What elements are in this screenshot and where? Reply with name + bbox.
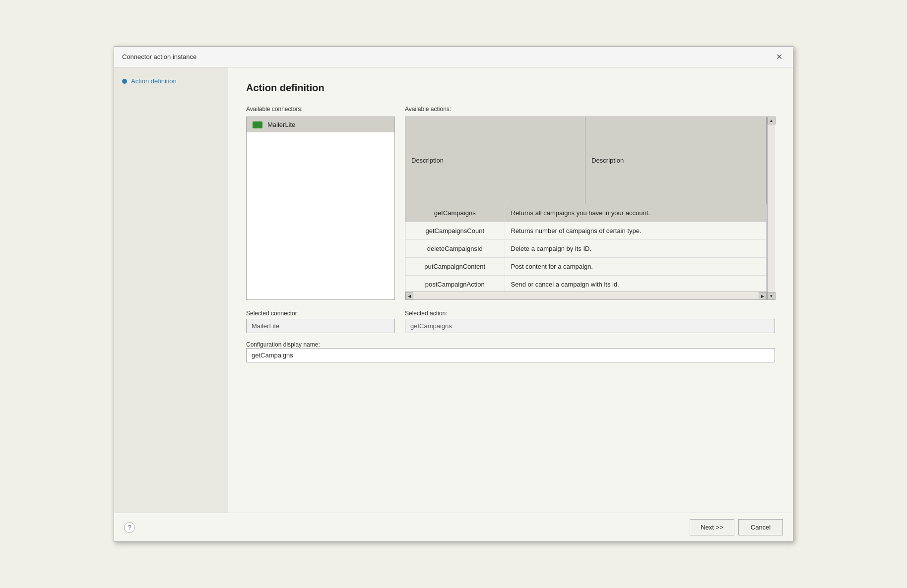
table-row[interactable]: getCampaigns Returns all campaigns you h… xyxy=(405,204,767,222)
dialog-title-bar: Connector action instance ✕ xyxy=(114,47,793,67)
action-name-cell: getCampaigns xyxy=(405,204,505,222)
action-name-cell: postCampaignAction xyxy=(405,276,505,292)
action-desc-cell: Returns number of campaigns of certain t… xyxy=(505,222,767,240)
horizontal-scrollbar: ◀ ▶ xyxy=(405,292,767,299)
next-button[interactable]: Next >> xyxy=(690,519,734,535)
sidebar-dot-icon xyxy=(122,79,127,84)
col-header-desc: Description xyxy=(585,117,767,204)
dialog-body: Action definition Action definition Avai… xyxy=(114,67,793,513)
connectors-list[interactable]: MailerLite xyxy=(246,117,395,300)
connector-item-mailerlite[interactable]: MailerLite xyxy=(247,117,394,132)
config-display-name-label: Configuration display name: xyxy=(246,341,775,348)
selected-fields-row: Selected connector: Selected action: xyxy=(246,310,775,333)
selected-connector-input xyxy=(246,319,395,333)
config-display-name-group: Configuration display name: xyxy=(246,341,775,362)
connectors-column: Available connectors: MailerLite xyxy=(246,106,395,300)
actions-table-scroll[interactable]: getCampaigns Returns all campaigns you h… xyxy=(405,204,767,292)
actions-table-wrapper: Description Description getCampaigns xyxy=(405,117,775,300)
connector-icon xyxy=(253,121,262,128)
action-desc-cell: Returns all campaigns you have in your a… xyxy=(505,204,767,222)
selected-connector-label: Selected connector: xyxy=(246,310,395,317)
table-row[interactable]: putCampaignContent Post content for a ca… xyxy=(405,258,767,276)
connector-action-dialog: Connector action instance ✕ Action defin… xyxy=(114,46,793,542)
selected-action-input xyxy=(405,319,775,333)
connector-name: MailerLite xyxy=(267,121,295,128)
scroll-right-button[interactable]: ▶ xyxy=(759,292,767,300)
actions-column: Available actions: Description Descripti… xyxy=(405,106,775,300)
action-desc-cell: Send or cancel a campaign with its id. xyxy=(505,276,767,292)
sidebar-item-label: Action definition xyxy=(131,77,177,85)
table-row[interactable]: deleteCampaignsId Delete a campaign by i… xyxy=(405,240,767,258)
connectors-actions-section: Available connectors: MailerLite Availab… xyxy=(246,106,775,300)
page-title: Action definition xyxy=(246,82,775,94)
col-header-name: Description xyxy=(405,117,585,204)
table-row[interactable]: getCampaignsCount Returns number of camp… xyxy=(405,222,767,240)
scroll-left-button[interactable]: ◀ xyxy=(405,292,413,300)
vertical-scrollbar: ▲ ▼ xyxy=(767,117,775,300)
footer-buttons: Next >> Cancel xyxy=(690,519,783,535)
table-row[interactable]: postCampaignAction Send or cancel a camp… xyxy=(405,276,767,292)
action-name-cell: deleteCampaignsId xyxy=(405,240,505,258)
action-name-cell: putCampaignContent xyxy=(405,258,505,276)
cancel-button[interactable]: Cancel xyxy=(738,519,783,535)
main-content: Action definition Available connectors: … xyxy=(228,67,793,513)
available-actions-label: Available actions: xyxy=(405,106,775,113)
available-connectors-label: Available connectors: xyxy=(246,106,395,113)
dialog-title: Connector action instance xyxy=(122,53,196,60)
scroll-down-button[interactable]: ▼ xyxy=(768,292,776,300)
action-desc-cell: Delete a campaign by its ID. xyxy=(505,240,767,258)
scroll-up-button[interactable]: ▲ xyxy=(768,117,776,124)
sidebar-item-action-definition[interactable]: Action definition xyxy=(122,77,220,85)
config-display-name-input[interactable] xyxy=(246,348,775,362)
sidebar: Action definition xyxy=(114,67,228,513)
selected-action-group: Selected action: xyxy=(405,310,775,333)
close-button[interactable]: ✕ xyxy=(773,51,785,63)
footer-left: ? xyxy=(124,522,135,533)
actions-table: Description Description xyxy=(405,117,767,204)
hscroll-track xyxy=(413,292,759,299)
selected-action-label: Selected action: xyxy=(405,310,775,317)
dialog-footer: ? Next >> Cancel xyxy=(114,513,793,541)
actions-table-body: getCampaigns Returns all campaigns you h… xyxy=(405,204,767,292)
action-name-cell: getCampaignsCount xyxy=(405,222,505,240)
action-desc-cell: Post content for a campaign. xyxy=(505,258,767,276)
help-icon[interactable]: ? xyxy=(124,522,135,533)
selected-connector-group: Selected connector: xyxy=(246,310,395,333)
